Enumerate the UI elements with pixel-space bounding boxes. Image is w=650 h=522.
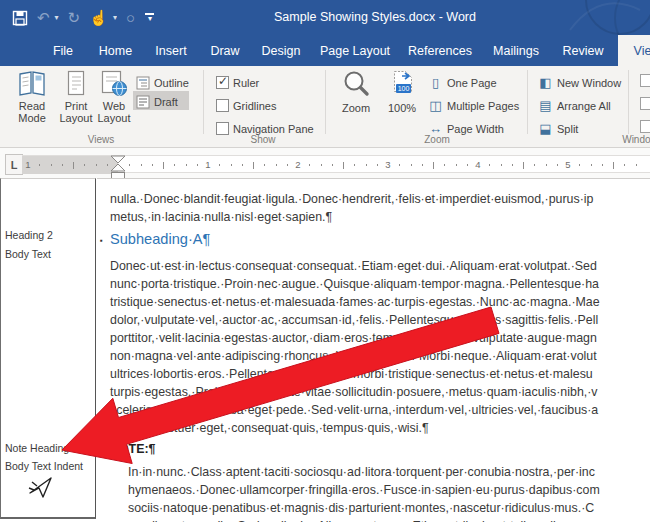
ruler-inch-label: 1 — [25, 159, 30, 170]
ruler-tick — [557, 164, 558, 166]
undo-icon[interactable]: ↶ — [37, 10, 50, 25]
touch-mode-dropdown-icon[interactable]: ▾ — [113, 13, 117, 22]
zoom-100-button[interactable]: 100 100% — [380, 69, 424, 135]
clipped-ribbon-icon[interactable] — [640, 97, 650, 110]
zoom-item-label: One Page — [447, 77, 497, 89]
ruler-tick — [636, 164, 637, 166]
ruler-tick — [287, 164, 288, 166]
ruler-tick — [276, 164, 277, 166]
tab-references[interactable]: References — [399, 35, 481, 66]
redo-icon[interactable]: ↻ — [68, 10, 81, 25]
ribbon-tab-row: File Home Insert Draw Design Page Layout… — [0, 35, 650, 66]
outline-button[interactable]: Outline — [136, 74, 189, 91]
ruler-tick — [152, 164, 153, 166]
tab-home[interactable]: Home — [88, 35, 143, 66]
ruler-tick — [73, 162, 74, 169]
draft-label: Draft — [154, 96, 178, 108]
ruler-tick — [253, 162, 254, 169]
ruler-tick — [309, 164, 310, 166]
print-layout-button[interactable]: Print Layout — [58, 69, 94, 135]
document-text-line: porttitor,·velit·lacinia·egestas·auctor,… — [110, 329, 650, 347]
web-layout-button[interactable]: Web Layout — [94, 69, 134, 135]
document-text-line: In·in·nunc.·Class·aptent·taciti·sociosqu… — [128, 463, 650, 481]
ruler-tick — [523, 162, 524, 169]
ruler-tick — [591, 164, 592, 166]
ruler-tick — [264, 164, 265, 166]
draft-button[interactable]: Draft — [136, 93, 178, 110]
show-group-label: Show — [250, 134, 275, 145]
svg-text:100: 100 — [398, 85, 410, 92]
arrange-all-icon: ▤ — [538, 99, 553, 112]
circle-icon[interactable]: ○ — [126, 10, 135, 25]
group-separator — [527, 70, 528, 134]
checkbox-label: Ruler — [233, 77, 259, 89]
ruler-tick — [411, 164, 412, 166]
document-text-line: condimentum·odio.·Sed·ac·ligula.·Aliquam… — [128, 517, 650, 522]
clipped-ribbon-icon[interactable] — [640, 74, 650, 87]
clipped-ribbon-icon[interactable] — [640, 120, 650, 133]
touch-mode-icon[interactable]: ☝ — [89, 10, 108, 25]
zoom-icon — [341, 69, 371, 99]
save-icon[interactable] — [12, 10, 28, 26]
ruler-tick — [321, 164, 322, 166]
outline-label: Outline — [154, 77, 189, 89]
style-label-note-heading[interactable]: Note Heading — [5, 442, 69, 454]
checkbox-row[interactable]: Gridlines — [216, 97, 276, 114]
note-heading-line: NOTE:¶ — [110, 442, 155, 456]
group-separator — [325, 70, 326, 134]
tab-stop-selector[interactable]: L — [5, 154, 23, 175]
ruler-tick — [354, 164, 355, 166]
style-label-body-text-indent[interactable]: Body Text Indent — [5, 460, 83, 472]
read-mode-icon — [17, 69, 47, 97]
zoom-100-label: 100% — [388, 102, 416, 114]
checkbox[interactable]: ✓ — [216, 76, 229, 89]
tab-review[interactable]: Review — [551, 35, 615, 66]
document-text-line: turpis·egestas.·Proin·semper,·ante·vitae… — [110, 383, 650, 401]
split-icon: ⬓ — [538, 122, 553, 135]
quick-access-toolbar: ↶▾ ↻ ☝▾ ○ ▾ — [12, 0, 156, 35]
ruler-tick — [343, 162, 344, 169]
window-item-label: New Window — [557, 77, 621, 89]
tab-design[interactable]: Design — [251, 35, 311, 66]
ruler-tick — [512, 164, 513, 166]
window-title: Sample Showing Styles.docx - Word — [274, 10, 476, 24]
checkbox[interactable] — [216, 99, 229, 112]
tab-file[interactable]: File — [38, 35, 88, 66]
paragraph-property-square-icon: ▪ — [100, 236, 103, 245]
tab-view[interactable]: View — [618, 35, 650, 66]
document-text-line: tristique·senectus·et·netus·et·malesuada… — [110, 293, 650, 311]
tab-page-layout[interactable]: Page Layout — [311, 35, 399, 66]
ruler-tick — [534, 164, 535, 166]
web-layout-icon — [100, 69, 128, 97]
group-separator — [203, 70, 204, 134]
tab-draw[interactable]: Draw — [199, 35, 251, 66]
ruler-tick — [332, 164, 333, 166]
checkbox-row[interactable]: ✓ Ruler — [216, 74, 259, 91]
read-mode-button[interactable]: Read Mode — [8, 69, 56, 135]
tab-mailings[interactable]: Mailings — [481, 35, 551, 66]
tab-insert[interactable]: Insert — [143, 35, 199, 66]
ruler-tick — [433, 162, 434, 169]
undo-dropdown-icon[interactable]: ▾ — [55, 13, 59, 22]
zoom-label: Zoom — [342, 102, 370, 114]
style-label-heading-2[interactable]: Heading 2 — [5, 229, 53, 241]
new-window-icon: ◧ — [538, 76, 553, 89]
ruler-inch-label: 5 — [565, 159, 570, 170]
customize-quick-access-icon[interactable]: ▾ — [144, 13, 156, 22]
window-item-label: Arrange All — [557, 100, 611, 112]
style-label-body-text[interactable]: Body Text — [5, 248, 51, 260]
document-text-line: et·consectetuer·eget,·consequat·quis,·te… — [110, 419, 650, 437]
views-group-label: Views — [88, 134, 115, 145]
ruler-tick — [501, 164, 502, 166]
ruler-inch-label: 4 — [475, 159, 480, 170]
checkbox[interactable] — [216, 122, 229, 135]
print-layout-icon — [64, 69, 88, 97]
document-canvas[interactable]: nulla.·Donec·blandit·feugiat·ligula.·Don… — [97, 178, 650, 522]
ruler-tick — [231, 164, 232, 166]
ruler-tick — [174, 164, 175, 166]
titlebar-decoration — [550, 0, 650, 35]
zoom-button[interactable]: Zoom — [334, 69, 378, 135]
document-text-line: dolor,·vulputate·vel,·auctor·ac,·accumsa… — [110, 311, 650, 329]
ruler-tick — [186, 164, 187, 166]
group-separator — [628, 70, 629, 134]
